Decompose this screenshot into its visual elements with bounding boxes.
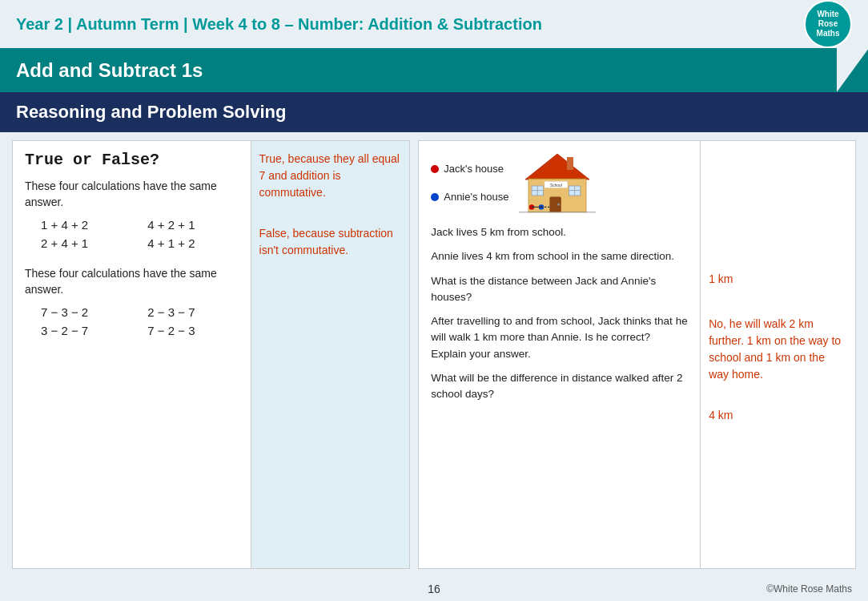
calc-grid-1: 1 + 4 + 2 4 + 2 + 1 2 + 4 + 1 4 + 1 + 2 — [41, 218, 239, 250]
calc1d: 4 + 1 + 2 — [147, 236, 238, 250]
logo-line3: Maths — [817, 29, 840, 38]
house-illustration: School — [517, 151, 597, 215]
calc2d: 7 − 2 − 3 — [147, 324, 238, 337]
footer: 16 ©White Rose Maths — [0, 577, 868, 601]
question1-text: These four calculations have the same an… — [25, 179, 239, 210]
house-diagram: Jack's house Annie's house — [431, 151, 688, 215]
question2-text: These four calculations have the same an… — [25, 266, 239, 297]
teal-banner-title: Add and Subtract 1s — [16, 59, 203, 82]
logo: White Rose Maths — [804, 0, 852, 48]
logo-line1: White — [817, 10, 838, 19]
header-sep2: | — [183, 15, 192, 33]
jack-label: Jack's house — [444, 163, 504, 175]
right-answer2: No, he will walk 2 km further. 1 km on t… — [709, 316, 847, 383]
copyright: ©White Rose Maths — [766, 583, 852, 595]
answer-column-right: 1 km No, he will walk 2 km further. 1 km… — [701, 141, 855, 568]
svg-marker-0 — [525, 154, 589, 179]
jack-dot — [431, 165, 439, 173]
problem-text1: Jack lives 5 km from school. — [431, 224, 688, 240]
header-term: Autumn Term — [76, 15, 179, 33]
header-title: Year 2 | Autumn Term | Week 4 to 8 – Num… — [16, 15, 542, 34]
problem-section: Jack's house Annie's house — [419, 141, 701, 568]
right-answer1: 1 km — [709, 271, 847, 288]
navy-banner-title: Reasoning and Problem Solving — [16, 102, 286, 123]
main-content: True or False? These four calculations h… — [0, 132, 868, 577]
annie-label: Annie's house — [444, 191, 508, 203]
calc2a: 7 − 3 − 2 — [41, 305, 131, 319]
calc1b: 4 + 2 + 1 — [147, 218, 238, 232]
right-answer3: 4 km — [709, 407, 847, 424]
header-sep1: | — [68, 15, 76, 33]
question1: What is the distance between Jack and An… — [431, 273, 688, 306]
left-panel: True or False? These four calculations h… — [12, 140, 410, 569]
jack-label-row: Jack's house — [431, 163, 508, 175]
question2: After travelling to and from school, Jac… — [431, 313, 688, 362]
navy-banner: Reasoning and Problem Solving — [0, 92, 868, 132]
calc2c: 3 − 2 − 7 — [41, 324, 131, 337]
true-false-section: True or False? These four calculations h… — [13, 141, 251, 568]
teal-banner: Add and Subtract 1s — [0, 48, 868, 92]
annie-dot — [431, 193, 439, 201]
header: Year 2 | Autumn Term | Week 4 to 8 – Num… — [0, 0, 868, 48]
right-panel: Jack's house Annie's house — [418, 140, 856, 569]
answer2-text: False, because subtraction isn't commuta… — [259, 225, 402, 259]
page-number: 16 — [428, 583, 440, 595]
answer-section-left: True, because they all equal 7 and addit… — [251, 141, 410, 568]
question3: What will be the difference in distance … — [431, 370, 688, 403]
calc-grid-2: 7 − 3 − 2 2 − 3 − 7 3 − 2 − 7 7 − 2 − 3 — [41, 305, 239, 337]
logo-line2: Rose — [818, 19, 838, 29]
annie-label-row: Annie's house — [431, 191, 508, 203]
svg-point-4 — [557, 204, 560, 206]
calc1a: 1 + 4 + 2 — [41, 218, 131, 232]
svg-text:School: School — [550, 184, 562, 188]
header-week: Week 4 to 8 – Number: Addition & Subtrac… — [192, 15, 542, 33]
answer1-text: True, because they all equal 7 and addit… — [259, 151, 402, 201]
labels-section: Jack's house Annie's house — [431, 163, 508, 203]
calc1c: 2 + 4 + 1 — [41, 236, 131, 250]
header-year: Year 2 — [16, 15, 63, 33]
svg-rect-1 — [567, 157, 573, 170]
problem-text2: Annie lives 4 km from school in the same… — [431, 248, 688, 264]
calc2b: 2 − 3 − 7 — [147, 305, 238, 319]
true-false-title: True or False? — [25, 151, 239, 169]
